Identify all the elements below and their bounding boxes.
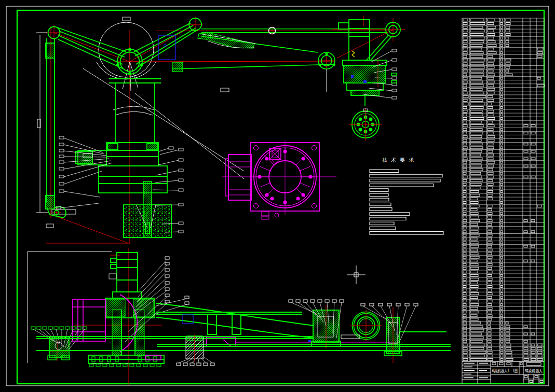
technical-requirements-title: 技 术 要 求 (382, 157, 415, 163)
table-cell-text (506, 329, 510, 331)
table-cell-text (500, 256, 503, 258)
table-cell-text (500, 37, 503, 39)
table-cell-text (463, 304, 466, 306)
table-cell-text (470, 347, 484, 349)
table-cell-text (500, 118, 503, 120)
table-cell-text (500, 190, 503, 192)
table-cell-text (524, 143, 528, 145)
table-cell-text (500, 41, 503, 43)
table-cell-text (531, 260, 535, 262)
table-cell-text (500, 300, 503, 302)
table-cell-text (470, 355, 484, 357)
table-cell-text (531, 355, 535, 357)
table-cell-text (488, 114, 493, 116)
table-cell-text (488, 169, 493, 171)
table-cell-text (524, 125, 528, 127)
project-title-text: 码垛机器人 (525, 369, 543, 373)
table-cell-text (500, 129, 503, 131)
table-cell-text (500, 293, 503, 295)
table-cell-text (463, 227, 466, 229)
table-cell-text (500, 220, 503, 222)
table-cell-text (463, 77, 467, 79)
table-cell-text (463, 340, 467, 342)
table-cell-text (463, 161, 467, 163)
table-cell-text (470, 267, 479, 269)
table-cell-text (463, 271, 466, 273)
table-cell-text (488, 213, 492, 215)
table-cell-text (488, 59, 495, 61)
table-cell-text (488, 220, 492, 222)
table-cell-text (470, 143, 482, 145)
table-cell-text (488, 165, 494, 167)
table-cell-text (463, 267, 466, 269)
table-cell-text (470, 63, 484, 65)
balloon-callout (310, 300, 315, 302)
table-cell-text (463, 249, 466, 251)
table-cell-text (500, 81, 503, 83)
table-cell-text (463, 329, 467, 331)
table-cell-text (488, 351, 492, 353)
table-cell-text (463, 52, 467, 54)
table-cell-text (470, 205, 479, 207)
balloon-callout (60, 327, 64, 329)
table-cell-text (506, 22, 510, 24)
table-cell-text (506, 322, 508, 324)
table-cell-text (463, 242, 466, 244)
table-cell-text (500, 355, 503, 357)
table-cell-text (524, 340, 527, 342)
table-cell-text (463, 282, 466, 284)
table-cell-text (500, 315, 503, 317)
table-cell-text (524, 260, 527, 262)
table-cell-text (488, 158, 493, 160)
table-cell-text (470, 209, 477, 211)
balloon-callout (190, 363, 194, 366)
table-cell-text (470, 183, 481, 185)
table-cell-text (463, 158, 467, 160)
table-cell-text (470, 231, 478, 233)
table-cell-text (506, 63, 510, 65)
table-cell-text (463, 307, 466, 310)
table-cell-text (463, 216, 466, 218)
table-cell-text (500, 95, 503, 97)
table-cell-text (463, 190, 466, 192)
tech-requirement-line (370, 217, 406, 220)
table-cell-text (470, 176, 482, 178)
table-cell-text (463, 139, 467, 142)
table-cell-text (488, 52, 496, 54)
technical-requirements-lines (370, 170, 443, 234)
table-cell-text (470, 45, 482, 47)
balloon-callout (43, 327, 47, 329)
tech-requirement-line (370, 208, 392, 211)
table-cell-text (500, 216, 503, 218)
table-cell-text (463, 114, 467, 116)
table-cell-text (524, 231, 527, 233)
table-cell-text (500, 271, 503, 273)
table-cell-text (524, 132, 528, 134)
table-cell-text (463, 176, 467, 178)
table-cell-text (488, 205, 492, 207)
table-cell-text (470, 333, 482, 335)
table-cell-text (488, 347, 492, 349)
table-cell-text (470, 307, 478, 310)
table-cell-text (488, 95, 493, 97)
table-cell-text (488, 271, 492, 273)
table-cell-text (500, 66, 503, 68)
table-cell-text (463, 132, 467, 134)
balloon-callout (103, 364, 107, 367)
balloon-callout (318, 300, 322, 302)
balloon-callout (110, 364, 114, 367)
tech-requirement-line (370, 222, 394, 225)
table-cell-text (463, 143, 467, 145)
table-cell-text (488, 55, 493, 58)
table-cell-text (488, 139, 494, 142)
table-cell-text (506, 351, 512, 353)
table-cell-text (500, 213, 503, 215)
table-cell-text (500, 282, 503, 284)
table-cell-text (470, 242, 478, 244)
tech-requirement-line (370, 189, 388, 192)
table-cell-text (500, 274, 503, 276)
table-cell-text (488, 154, 494, 156)
table-cell-text (463, 351, 467, 353)
table-cell-text (470, 263, 478, 265)
table-cell-text (470, 282, 478, 284)
